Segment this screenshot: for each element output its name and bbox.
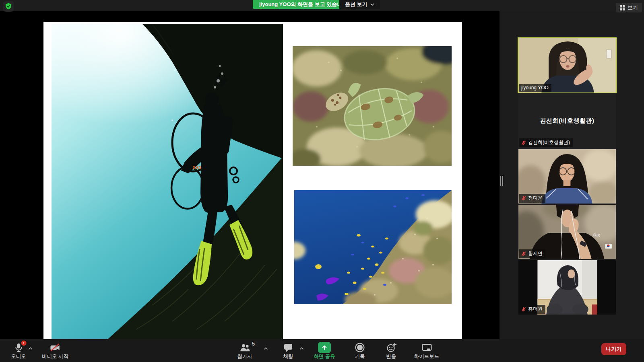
participant-name-label: 정다운 [519, 194, 545, 203]
gallery-grid-icon [620, 5, 625, 10]
shared-screen-area: XS1 [0, 11, 500, 339]
share-banner-text: jiyoung YOO의 화면을 보고 있습니다 [259, 1, 347, 8]
participant-name: 김선희(비호생활관) [528, 139, 570, 146]
reactions-button[interactable]: 반응 [376, 339, 407, 362]
top-bar: jiyoung YOO의 화면을 보고 있습니다 옵션 보기 보기 [0, 0, 644, 11]
audio-button[interactable]: ! 오디오 [2, 339, 35, 362]
participant-name-label: jiyoung YOO [519, 84, 551, 92]
meeting-toolbar: ! 오디오 비디오 시작 5 참가자 [0, 339, 644, 362]
shield-check-icon [4, 2, 12, 10]
participant-name: jiyoung YOO [521, 85, 549, 90]
reactions-smiley-icon [386, 342, 397, 353]
participant-tile-hongdeowon[interactable]: 홍더원 [518, 260, 616, 315]
presentation-slide: XS1 [43, 22, 462, 339]
whiteboard-icon [421, 342, 432, 353]
tank-label: XS1 [192, 165, 202, 171]
participant-tile-kimsunhee[interactable]: 김선희(비호생활관) 김선희(비호생활관) [518, 94, 616, 148]
record-icon [355, 342, 365, 353]
muted-mic-icon [521, 307, 526, 312]
share-screen-label: 화면 공유 [314, 354, 335, 359]
view-button-label: 보기 [627, 4, 638, 11]
participant-name-label: 홍더원 [519, 305, 545, 314]
participant-name-label: 황세연 [519, 249, 545, 258]
muted-mic-icon [521, 140, 526, 145]
screen-share-banner: jiyoung YOO의 화면을 보고 있습니다 [253, 0, 354, 9]
participant-tile-jiyoung-yoo[interactable]: jiyoung YOO [518, 38, 616, 93]
chat-button[interactable]: 채팅 [273, 339, 303, 362]
view-button[interactable]: 보기 [616, 3, 642, 12]
chat-label: 채팅 [283, 354, 293, 359]
audio-alert-badge: ! [21, 340, 27, 346]
reef-photo [294, 190, 452, 304]
participant-name: 황세연 [528, 250, 543, 257]
participants-icon [239, 342, 250, 353]
participants-options-chevron[interactable] [264, 347, 268, 350]
video-button[interactable]: 비디오 시작 [37, 339, 73, 362]
participant-tile-jungdawoon[interactable]: 정다운 [518, 149, 616, 204]
participant-tile-hwangseyeon[interactable]: O.K 황세연 [518, 205, 616, 259]
audio-label: 오디오 [11, 354, 26, 359]
panel-resize-handle[interactable] [500, 176, 504, 186]
share-screen-button[interactable]: 화면 공유 [306, 339, 343, 362]
participant-name: 홍더원 [528, 306, 543, 313]
participants-count: 5 [252, 341, 255, 347]
participants-button[interactable]: 5 참가자 [229, 339, 261, 362]
participant-name: 정다운 [528, 195, 543, 202]
record-label: 기록 [355, 354, 365, 359]
muted-mic-icon [521, 196, 526, 201]
svg-text:!: ! [23, 341, 24, 345]
view-options-label: 옵션 보기 [345, 1, 367, 8]
reactions-label: 반응 [386, 354, 396, 359]
turtle-photo [293, 46, 452, 166]
share-screen-icon [318, 342, 331, 353]
camera-off-icon [50, 342, 61, 353]
leave-button[interactable]: 나가기 [601, 343, 626, 355]
participants-label: 참가자 [237, 354, 252, 359]
participants-sidebar: jiyoung YOO 김선희(비호생활관) 김선희(비호생활관) [500, 11, 644, 339]
chevron-down-icon [370, 3, 374, 6]
chat-options-chevron[interactable] [299, 347, 304, 350]
security-badge[interactable] [3, 1, 14, 12]
video-label: 비디오 시작 [42, 354, 68, 359]
view-options-button[interactable]: 옵션 보기 [339, 0, 380, 9]
chat-bubble-icon [283, 342, 293, 353]
whiteboard-label: 화이트보드 [414, 354, 440, 359]
shirt-text: O.K [593, 232, 601, 238]
muted-mic-icon [521, 251, 526, 256]
diver-photo: XS1 [52, 24, 283, 339]
participant-name-label: 김선희(비호생활관) [519, 138, 573, 147]
whiteboard-button[interactable]: 화이트보드 [406, 339, 448, 362]
audio-options-chevron[interactable] [28, 347, 33, 350]
record-button[interactable]: 기록 [345, 339, 375, 362]
